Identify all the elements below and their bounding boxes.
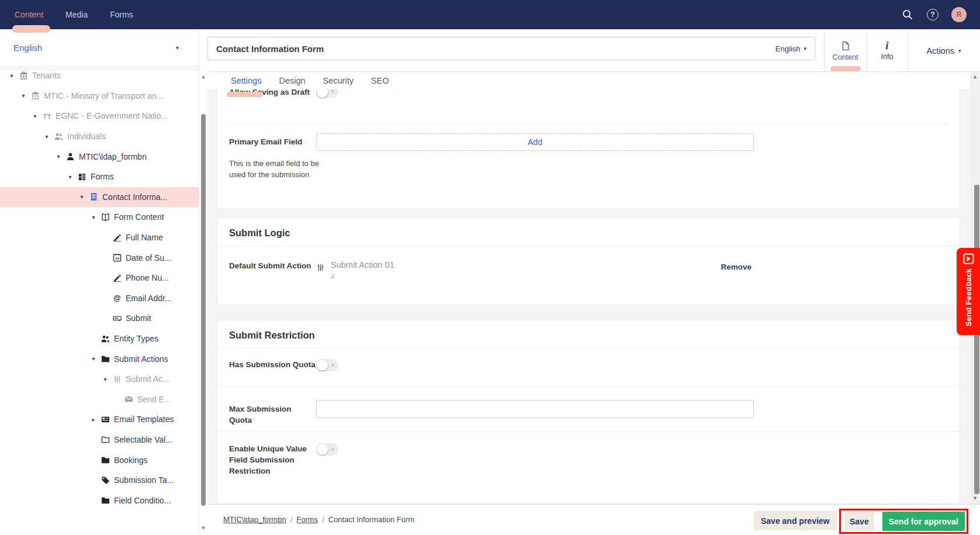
actions-dropdown[interactable]: Actions ▾	[908, 29, 980, 72]
tree-item-selectable-val[interactable]: Selectable Val...	[0, 430, 199, 450]
folder-icon	[98, 455, 112, 464]
allow-saving-draft-toggle[interactable]: ×	[316, 88, 338, 98]
tree-caret-icon[interactable]: ▾	[65, 174, 75, 180]
tree-item-label: Entity Types	[114, 334, 158, 343]
submit-button-icon	[110, 314, 124, 323]
tree-item-full-name[interactable]: Full Name	[0, 227, 199, 248]
avatar[interactable]: R	[951, 7, 967, 22]
nav-tab-content[interactable]: Content	[15, 0, 43, 29]
tree-item-label: Tenants	[32, 71, 61, 80]
max-submission-quota-input[interactable]	[316, 400, 754, 418]
tree-item-send-e[interactable]: Send E...	[0, 389, 199, 410]
save-and-preview-button[interactable]: Save and preview	[754, 511, 837, 530]
tree-item-mtic-ldap-formbn[interactable]: ▾MTIC\ldap_formbn	[0, 146, 199, 167]
tree-caret-icon[interactable]: ▾	[54, 153, 63, 160]
default-submit-action-label: Default Submit Action	[229, 260, 316, 281]
folder-icon	[98, 354, 112, 363]
scroll-up-icon[interactable]: ▲	[970, 74, 980, 80]
nav-tab-media[interactable]: Media	[65, 0, 88, 29]
remove-action-link[interactable]: Remove	[721, 263, 752, 271]
tree-item-contact-informa[interactable]: ▾Contact Informa...	[0, 187, 199, 208]
tree-item-mtic-ministry-of-transport-an[interactable]: ▾MTIC - Ministry of Transport an...	[0, 86, 199, 106]
top-navbar: ContentMediaForms ? R	[0, 0, 980, 29]
tree-item-field-conditio[interactable]: Field Conditio...	[0, 490, 199, 510]
search-icon[interactable]	[901, 8, 914, 21]
tree-item-form-content[interactable]: ▾Form Content	[0, 207, 199, 227]
breadcrumb-contact-information-form: Contact Information Form	[328, 515, 414, 524]
scroll-up-icon[interactable]: ▲	[199, 74, 207, 80]
submit-logic-card: Submit Logic Default Submit Action Submi…	[217, 218, 960, 305]
tree-item-submit-ac[interactable]: ▾Submit Ac...	[0, 369, 199, 389]
submit-logic-heading: Submit Logic	[217, 218, 960, 246]
active-tab-underline	[227, 92, 263, 97]
send-email-icon	[122, 395, 136, 403]
main-scrollbar-thumb[interactable]	[974, 185, 979, 494]
tree-caret-icon[interactable]: ▾	[42, 133, 51, 140]
tree-item-forms[interactable]: ▾Forms	[0, 167, 199, 187]
tree-item-individuals[interactable]: ▾Individuals	[0, 126, 199, 147]
save-button[interactable]: Save	[844, 512, 874, 531]
tree-item-bookings[interactable]: Bookings	[0, 450, 199, 470]
help-icon[interactable]: ?	[927, 9, 939, 20]
submit-action-title[interactable]: Submit Action 01	[331, 260, 394, 270]
main-nav-tabs: ContentMediaForms	[0, 0, 980, 29]
title-input[interactable]: Contact Information Form English ▾	[207, 37, 815, 60]
tree-item-label: Form Content	[114, 212, 164, 222]
sidebar-language-selector[interactable]: English ▾	[0, 29, 199, 65]
tree-item-label: Submission Ta...	[114, 475, 174, 485]
tree-caret-icon[interactable]: ▾	[19, 92, 28, 99]
content-view-label: Content	[833, 53, 858, 61]
add-primary-email-button[interactable]: Add	[316, 133, 754, 151]
tab-settings[interactable]: Settings	[231, 76, 261, 85]
tree-caret-icon[interactable]: ▾	[89, 355, 98, 362]
tree-item-email-addr[interactable]: @Email Addr...	[0, 288, 199, 309]
tab-seo[interactable]: SEO	[371, 76, 389, 85]
breadcrumb-mtic-ldap-formbn[interactable]: MTIC\ldap_formbn	[223, 515, 286, 524]
svg-text:@: @	[113, 294, 120, 302]
default-submit-action-row: Default Submit Action Submit Action 01 #…	[217, 246, 960, 281]
send-feedback-tab[interactable]: Send Feedback	[957, 248, 980, 335]
unique-value-restriction-label: Enable Unique Value Field Submission Res…	[229, 443, 316, 477]
tree-item-egnc-e-government-natio[interactable]: ▾EGNC - E-Government Natio...	[0, 106, 199, 126]
tree-item-entity-types[interactable]: Entity Types	[0, 329, 199, 349]
tag-icon	[98, 476, 112, 485]
title-language-selector[interactable]: English ▾	[775, 44, 806, 53]
has-submission-quota-toggle[interactable]: ×	[316, 359, 338, 371]
active-view-underline	[830, 66, 861, 71]
tree-item-submission-ta[interactable]: Submission Ta...	[0, 470, 199, 491]
tree-caret-icon[interactable]: ▾	[89, 214, 98, 220]
tree-item-submit-actions[interactable]: ▾Submit Actions	[0, 348, 199, 369]
tree-item-email-templates[interactable]: ▸Email Templates	[0, 409, 199, 430]
submit-restriction-heading: Submit Restriction	[217, 320, 960, 348]
tree-item-tenants[interactable]: ▾Tenants	[0, 65, 199, 86]
folder-icon	[98, 496, 112, 505]
tree-item-date-of-su[interactable]: 14Date of Su...	[0, 247, 199, 268]
unique-value-restriction-toggle[interactable]: ×	[316, 443, 338, 455]
tab-design[interactable]: Design	[279, 76, 305, 85]
tree-caret-icon[interactable]: ▾	[7, 73, 16, 79]
tab-security[interactable]: Security	[323, 76, 354, 85]
tree-caret-icon[interactable]: ▾	[30, 113, 40, 119]
scroll-down-icon[interactable]: ▼	[970, 495, 980, 501]
tree-item-phone-nu[interactable]: Phone Nu...	[0, 268, 199, 288]
send-for-approval-button[interactable]: Send for approval	[882, 512, 965, 531]
tree-caret-icon[interactable]: ▾	[101, 376, 110, 382]
scroll-down-icon[interactable]: ▼	[199, 525, 207, 531]
primary-email-row: Primary Email Field Add	[217, 133, 960, 151]
breadcrumb-forms[interactable]: Forms	[296, 515, 318, 524]
info-view-label: Info	[881, 53, 894, 61]
ministry-icon	[28, 91, 42, 100]
tree-item-submit[interactable]: Submit	[0, 308, 199, 329]
send-feedback-label: Send Feedback	[964, 268, 973, 326]
chevron-down-icon: ▾	[176, 44, 179, 51]
tree-caret-icon[interactable]: ▾	[77, 194, 86, 200]
max-submission-quota-label: Max Submission Quota	[229, 400, 316, 431]
nav-tab-forms[interactable]: Forms	[110, 0, 133, 29]
sidebar-scrollbar[interactable]: ▲ ▼	[199, 29, 207, 535]
sidebar-scrollbar-thumb[interactable]	[201, 114, 206, 506]
content-view-button[interactable]: Content	[824, 29, 867, 72]
tree-caret-icon[interactable]: ▸	[89, 416, 98, 423]
info-view-button[interactable]: i Info	[867, 29, 908, 72]
input-field-icon	[110, 233, 124, 242]
tree-item-label: Date of Su...	[126, 253, 171, 263]
